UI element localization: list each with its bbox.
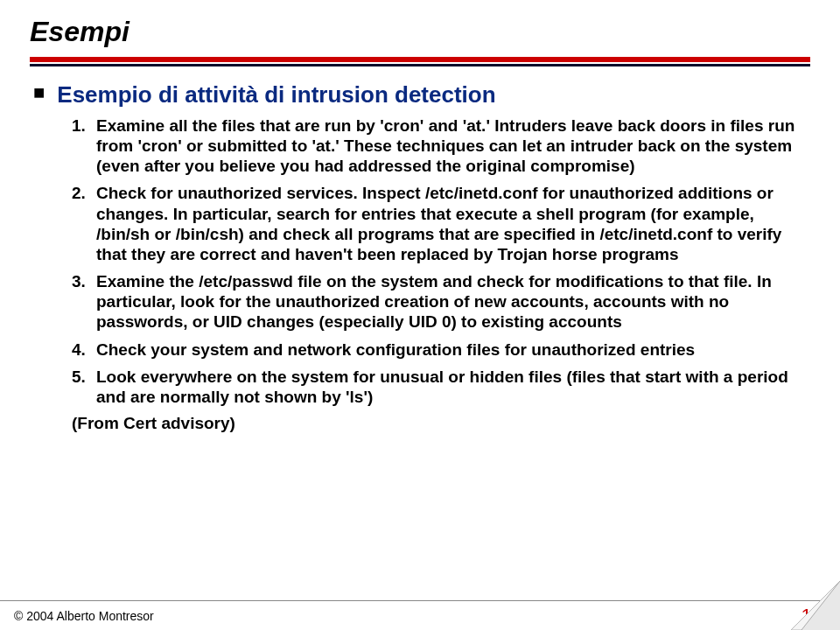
numbered-list: 1. Examine all the files that are run by… [72, 116, 810, 407]
item-text: Check for unauthorized services. Inspect… [96, 183, 810, 264]
attribution-text: (From Cert advisory) [72, 414, 810, 433]
item-text: Examine the /etc/passwd file on the syst… [96, 271, 810, 332]
item-number: 5. [72, 367, 96, 387]
item-number: 4. [72, 340, 96, 360]
divider-dark [30, 64, 810, 66]
item-text: Examine all the files that are run by 'c… [96, 116, 810, 177]
square-bullet-icon: ■ [33, 82, 45, 103]
list-item: 2. Check for unauthorized services. Insp… [72, 183, 810, 264]
item-number: 1. [72, 116, 96, 136]
item-number: 3. [72, 271, 96, 291]
item-text: Check your system and network configurat… [96, 340, 695, 360]
slide-footer: © 2004 Alberto Montresor 11 [0, 600, 840, 630]
slide-body: ■ Esempio di attività di intrusion detec… [30, 82, 810, 433]
copyright-text: © 2004 Alberto Montresor [14, 609, 154, 623]
list-item: 1. Examine all the files that are run by… [72, 116, 810, 177]
list-item: 5. Look everywhere on the system for unu… [72, 367, 810, 407]
list-item: 4. Check your system and network configu… [72, 340, 810, 360]
item-number: 2. [72, 183, 96, 203]
page-number: 11 [802, 605, 822, 627]
item-text: Look everywhere on the system for unusua… [96, 367, 810, 407]
divider-red [30, 57, 810, 62]
slide: Esempi ■ Esempio di attività di intrusio… [0, 0, 840, 630]
section-heading: Esempio di attività di intrusion detecti… [57, 82, 495, 108]
slide-title: Esempi [30, 16, 810, 48]
bullet-row: ■ Esempio di attività di intrusion detec… [35, 82, 810, 108]
list-item: 3. Examine the /etc/passwd file on the s… [72, 271, 810, 332]
